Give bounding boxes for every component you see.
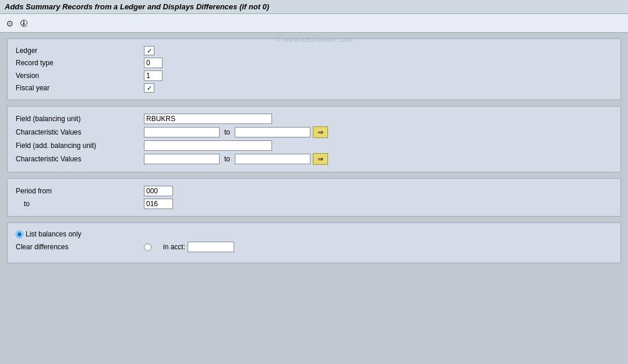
clear-differences-label: Clear differences [16, 243, 144, 251]
field-add-balancing-unit-label: Field (add. balancing unit) [16, 142, 144, 150]
record-type-label: Record type [16, 59, 144, 67]
section-2: Field (balancing unit) Characteristic Va… [7, 106, 621, 172]
info-icon[interactable]: 🛈 [19, 18, 29, 29]
characteristic-values-label-2: Characteristic Values [16, 155, 144, 163]
char-values-from-2[interactable] [144, 154, 220, 164]
char-values-from-1[interactable] [144, 127, 220, 137]
char-values-to-2[interactable] [235, 154, 311, 164]
version-row: Version [16, 70, 612, 81]
period-from-input[interactable] [144, 186, 173, 196]
execute-icon[interactable]: ⊙ [5, 18, 15, 29]
main-content: Ledger ✓ Record type Version Fiscal year… [0, 33, 628, 361]
field-add-balancing-unit-input[interactable] [144, 140, 272, 151]
ledger-label: Ledger [16, 47, 144, 55]
field-add-balancing-unit-row: Field (add. balancing unit) [16, 140, 612, 151]
field-balancing-unit-input[interactable] [144, 114, 272, 124]
period-to-row: to [16, 199, 612, 209]
ledger-row: Ledger ✓ [16, 46, 612, 55]
record-type-input[interactable] [144, 58, 163, 68]
list-balances-label: List balances only [26, 230, 81, 238]
period-to-input[interactable] [144, 199, 173, 209]
to-label-2: to [222, 155, 232, 163]
nav-button-2[interactable]: ⇒ [313, 153, 328, 165]
fiscal-year-row: Fiscal year ✓ [16, 83, 612, 93]
toolbar: ⊙ 🛈 © www.tutorialkart.com [0, 14, 628, 33]
record-type-row: Record type [16, 58, 612, 68]
in-acct-label: in acct: [163, 243, 185, 251]
characteristic-values-label-1: Characteristic Values [16, 128, 144, 136]
fiscal-year-checkbox[interactable]: ✓ [144, 83, 154, 93]
list-balances-row: List balances only [16, 230, 612, 238]
ledger-checkbox[interactable]: ✓ [144, 46, 154, 55]
field-balancing-unit-row: Field (balancing unit) [16, 114, 612, 124]
to-label-1: to [222, 128, 232, 136]
clear-differences-radio[interactable] [144, 243, 151, 251]
section-1: Ledger ✓ Record type Version Fiscal year… [7, 38, 621, 100]
version-input[interactable] [144, 70, 163, 81]
field-balancing-unit-label: Field (balancing unit) [16, 115, 144, 123]
nav-button-1[interactable]: ⇒ [313, 126, 328, 138]
characteristic-values-row-2: Characteristic Values to ⇒ [16, 153, 612, 165]
range-field-2: to ⇒ [144, 153, 328, 165]
title-bar: Adds Summary Records from a Ledger and D… [0, 0, 628, 14]
section-4: List balances only Clear differences in … [7, 222, 621, 263]
period-to-label: to [16, 200, 144, 208]
in-acct-input[interactable] [188, 242, 234, 252]
period-from-label: Period from [16, 187, 144, 195]
fiscal-year-label: Fiscal year [16, 84, 144, 92]
clear-differences-row: Clear differences in acct: [16, 242, 612, 252]
list-balances-radio[interactable] [16, 231, 23, 238]
char-values-to-1[interactable] [235, 127, 311, 137]
period-from-row: Period from [16, 186, 612, 196]
version-label: Version [16, 72, 144, 80]
page-title: Adds Summary Records from a Ledger and D… [5, 2, 269, 11]
section-3: Period from to [7, 178, 621, 217]
range-field-1: to ⇒ [144, 126, 328, 138]
characteristic-values-row-1: Characteristic Values to ⇒ [16, 126, 612, 138]
